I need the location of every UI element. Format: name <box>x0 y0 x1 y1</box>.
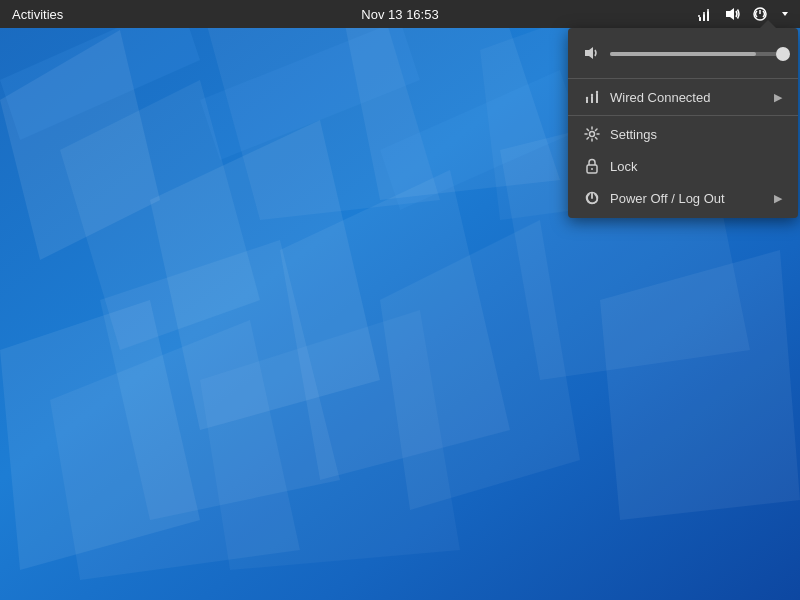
power-off-label: Power Off / Log Out <box>610 191 764 206</box>
menu-divider-2 <box>568 115 798 116</box>
volume-thumb <box>776 47 790 61</box>
volume-slider[interactable] <box>610 44 782 64</box>
wired-icon <box>584 89 600 105</box>
svg-rect-30 <box>591 96 593 103</box>
volume-track <box>610 52 782 56</box>
lock-item[interactable]: Lock <box>568 150 798 182</box>
svg-point-32 <box>586 97 588 99</box>
svg-marker-24 <box>726 8 734 20</box>
wired-connected-item[interactable]: Wired Connected ▶ <box>568 81 798 113</box>
power-off-icon <box>584 190 600 206</box>
menu-volume-icon <box>584 45 600 64</box>
settings-item[interactable]: Settings <box>568 118 798 150</box>
network-icon[interactable] <box>694 4 714 24</box>
wired-arrow-icon: ▶ <box>774 91 782 104</box>
settings-label: Settings <box>610 127 782 142</box>
topbar-right <box>694 4 792 24</box>
svg-point-21 <box>698 15 700 17</box>
svg-rect-29 <box>586 99 588 103</box>
svg-point-22 <box>703 12 705 14</box>
lock-icon <box>584 158 600 174</box>
settings-icon <box>584 126 600 142</box>
svg-marker-27 <box>782 12 788 16</box>
svg-rect-18 <box>699 17 701 21</box>
topbar-left: Activities <box>8 7 67 22</box>
svg-rect-19 <box>703 14 705 21</box>
power-arrow-icon: ▶ <box>774 192 782 205</box>
dropdown-arrow-icon[interactable] <box>778 7 792 21</box>
volume-row <box>568 36 798 76</box>
wired-label: Wired Connected <box>610 90 764 105</box>
topbar: Activities Nov 13 16:53 <box>0 0 800 28</box>
svg-point-34 <box>596 91 598 93</box>
topbar-datetime: Nov 13 16:53 <box>361 7 438 22</box>
volume-icon[interactable] <box>722 4 742 24</box>
svg-rect-31 <box>596 93 598 103</box>
svg-point-37 <box>591 168 593 170</box>
power-off-item[interactable]: Power Off / Log Out ▶ <box>568 182 798 214</box>
svg-point-35 <box>590 132 595 137</box>
svg-marker-28 <box>585 47 593 59</box>
svg-rect-20 <box>707 11 709 21</box>
volume-fill <box>610 52 756 56</box>
svg-point-23 <box>707 9 709 11</box>
svg-point-33 <box>591 94 593 96</box>
system-menu: Wired Connected ▶ Settings Lock <box>568 28 798 218</box>
lock-label: Lock <box>610 159 782 174</box>
activities-button[interactable]: Activities <box>8 7 67 22</box>
menu-divider-1 <box>568 78 798 79</box>
